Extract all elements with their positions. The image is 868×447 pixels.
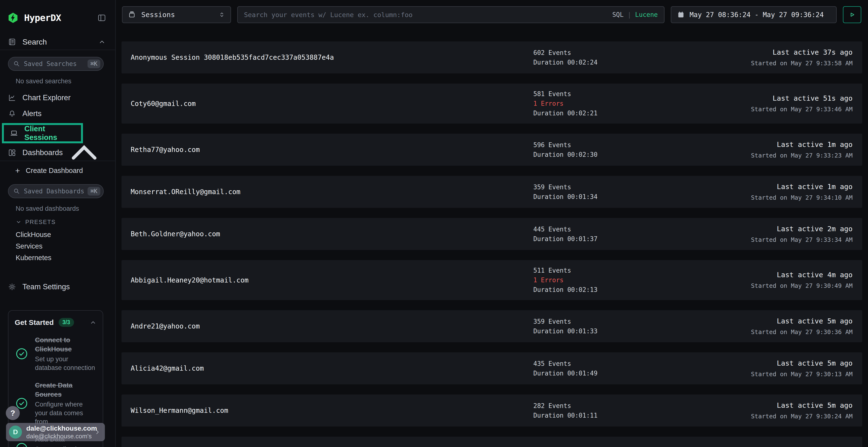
calendar-icon <box>677 11 685 19</box>
session-name: Wilson_Hermann@gmail.com <box>131 407 533 414</box>
presets-toggle[interactable]: PRESETS <box>16 219 115 226</box>
sessions-source-icon <box>128 10 136 19</box>
session-activity: Last active 4m ago Started on May 27 9:3… <box>751 271 852 289</box>
sql-toggle[interactable]: SQL <box>612 11 623 18</box>
session-activity: Last active 5m ago Started on May 27 9:3… <box>751 360 852 377</box>
play-icon <box>848 11 856 18</box>
saved-dashboards-input[interactable]: ⌘K <box>8 184 104 198</box>
session-errors-count: 1 Errors <box>533 277 597 283</box>
get-started-item-subtitle: Start sending logs, metrics, or traces <box>35 445 96 447</box>
session-events-count: 359 Events <box>533 184 597 190</box>
session-last-active: Last active 1m ago <box>751 141 852 148</box>
saved-dashboards-field[interactable] <box>24 187 88 195</box>
preset-dashboard-kubernetes[interactable]: Kubernetes <box>16 252 115 264</box>
alerts-label: Alerts <box>23 109 41 118</box>
sidebar-item-alerts[interactable]: Alerts <box>0 106 115 122</box>
session-last-active: Last active 2m ago <box>751 226 852 232</box>
get-started-header[interactable]: Get Started 3/3 <box>15 318 96 327</box>
session-name: Retha77@yahoo.com <box>131 146 533 153</box>
session-row[interactable]: Coty60@gmail.com 581 Events 1 Errors Dur… <box>122 83 862 124</box>
sidebar-item-team-settings[interactable]: Team Settings <box>0 279 115 295</box>
search-section-label: Search <box>23 38 47 46</box>
session-row[interactable]: Alicia42@gmail.com 435 Events Duration 0… <box>122 352 862 384</box>
main-area: Sessions SQL | Lucene May 27 08:36:24 - … <box>116 0 868 447</box>
session-name: Alicia42@gmail.com <box>131 365 533 372</box>
saved-searches-input[interactable]: ⌘K <box>8 57 104 71</box>
get-started-item-sources[interactable]: Create Data Sources Configure where your… <box>15 381 96 426</box>
session-duration: Duration 00:02:21 <box>533 110 597 116</box>
session-started: Started on May 27 9:34:10 AM <box>751 195 852 201</box>
chevron-up-icon <box>98 38 105 45</box>
chart-line-icon <box>8 94 16 102</box>
get-started-item-connect[interactable]: Connect to ClickHouse Set up your databa… <box>15 336 96 372</box>
preset-dashboard-services[interactable]: Services <box>16 240 115 252</box>
session-started: Started on May 27 9:33:58 AM <box>751 60 852 66</box>
sidebar-item-dashboards[interactable]: Dashboards <box>0 145 115 161</box>
laptop-icon <box>10 129 18 137</box>
event-search-input[interactable] <box>244 11 612 19</box>
shortcut-badge: ⌘K <box>88 60 100 68</box>
sidebar-section-search[interactable]: Search <box>0 34 115 49</box>
session-duration: Duration 00:02:30 <box>533 151 597 158</box>
session-name: Beth.Goldner@yahoo.com <box>131 230 533 238</box>
sidebar-collapse-icon[interactable] <box>97 13 106 22</box>
session-duration: Duration 00:01:34 <box>533 194 597 200</box>
lucene-toggle[interactable]: Lucene <box>635 11 658 18</box>
help-button[interactable]: ? <box>6 406 20 420</box>
logo-row: HyperDX <box>0 0 115 34</box>
source-select[interactable]: Sessions <box>122 6 231 23</box>
session-last-active: Last active 4m ago <box>751 271 852 278</box>
dashboards-label: Dashboards <box>23 148 63 157</box>
check-circle-icon <box>15 347 29 361</box>
presets-label: PRESETS <box>25 219 56 226</box>
run-query-button[interactable] <box>843 6 861 23</box>
event-search-bar: SQL | Lucene <box>237 6 664 23</box>
user-menu[interactable]: D dale@clickhouse.com dale@clickhouse.co… <box>6 423 105 441</box>
preset-list: ClickHouseServicesKubernetes <box>0 229 115 264</box>
check-circle-icon <box>15 442 29 447</box>
session-row[interactable]: Monserrat.OReilly@gmail.com 359 Events D… <box>122 176 862 208</box>
session-duration: Duration 00:01:33 <box>533 328 597 334</box>
session-row-partial[interactable] <box>122 437 862 447</box>
sidebar-item-chart-explorer[interactable]: Chart Explorer <box>0 90 115 106</box>
session-stats: 602 Events Duration 00:02:24 <box>533 49 597 66</box>
hyperdx-logo-icon <box>7 12 19 24</box>
no-saved-dashboards-text: No saved dashboards <box>16 205 115 212</box>
team-settings-label: Team Settings <box>23 282 70 291</box>
session-last-active: Last active 1m ago <box>751 183 852 190</box>
preset-dashboard-clickhouse[interactable]: ClickHouse <box>16 229 115 240</box>
dashboard-grid-icon <box>8 148 16 157</box>
session-row[interactable]: Retha77@yahoo.com 596 Events Duration 00… <box>122 134 862 166</box>
time-range-value: May 27 08:36:24 - May 27 09:36:24 <box>689 11 824 19</box>
session-row[interactable]: Beth.Goldner@yahoo.com 445 Events Durati… <box>122 218 862 250</box>
user-email: dale@clickhouse.com <box>26 424 94 433</box>
source-selected-value: Sessions <box>141 10 175 19</box>
session-activity: Last active 2m ago Started on May 27 9:3… <box>751 226 852 243</box>
session-duration: Duration 00:01:49 <box>533 370 597 376</box>
create-dashboard-label: Create Dashboard <box>26 167 83 175</box>
time-range-picker[interactable]: May 27 08:36:24 - May 27 09:36:24 <box>671 6 837 23</box>
session-stats: 435 Events Duration 00:01:49 <box>533 360 597 376</box>
divider <box>0 49 115 50</box>
session-stats: 359 Events Duration 00:01:33 <box>533 318 597 334</box>
session-row[interactable]: Anonymous Session 308018eb535facd7cec337… <box>122 41 862 73</box>
search-icon <box>13 61 20 67</box>
session-row[interactable]: Abbigail.Heaney20@hotmail.com 511 Events… <box>122 260 862 300</box>
user-meta: dale@clickhouse.com dale@clickhouse.com'… <box>26 424 94 440</box>
sidebar: HyperDX Search ⌘K No saved searches Char… <box>0 0 116 447</box>
session-duration: Duration 00:02:13 <box>533 286 597 293</box>
get-started-title: Get Started <box>15 318 54 326</box>
chevron-down-icon <box>16 219 22 225</box>
app-title: HyperDX <box>24 12 61 23</box>
session-last-active: Last active 5m ago <box>751 360 852 367</box>
shortcut-badge: ⌘K <box>88 187 100 196</box>
topbar: Sessions SQL | Lucene May 27 08:36:24 - … <box>116 0 868 23</box>
session-row[interactable]: Wilson_Hermann@gmail.com 282 Events Dura… <box>122 394 862 426</box>
session-row[interactable]: Andre21@yahoo.com 359 Events Duration 00… <box>122 310 862 342</box>
session-events-count: 282 Events <box>533 403 597 409</box>
session-started: Started on May 27 9:33:23 AM <box>751 152 852 159</box>
chevron-up-down-icon <box>218 11 225 18</box>
saved-searches-field[interactable] <box>24 60 88 67</box>
session-started: Started on May 27 9:30:13 AM <box>751 371 852 377</box>
journal-icon <box>8 38 16 46</box>
